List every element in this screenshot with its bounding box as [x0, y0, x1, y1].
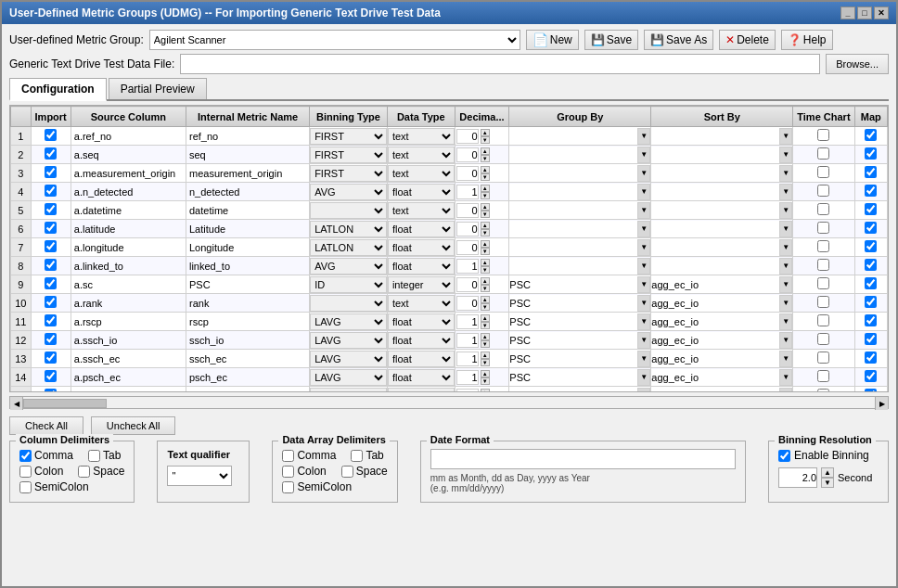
map-checkbox[interactable]: [865, 314, 877, 326]
sort-by-dropdown-button[interactable]: ▼: [779, 147, 792, 163]
data-type-select[interactable]: textfloatintegerdatetime: [388, 295, 455, 312]
binning-type-select[interactable]: FIRSTLASTAVGLAVGMINMAXIDLATLON: [310, 128, 387, 145]
decimal-increment-button[interactable]: ▲: [481, 203, 490, 211]
internal-metric-input[interactable]: [189, 149, 306, 160]
sort-by-dropdown-button[interactable]: ▼: [779, 313, 792, 330]
decimal-input[interactable]: [456, 166, 479, 181]
sort-by-dropdown-button[interactable]: ▼: [779, 332, 792, 349]
date-format-input[interactable]: [430, 449, 736, 469]
map-cell[interactable]: [854, 368, 887, 387]
import-checkbox[interactable]: [45, 129, 57, 141]
horizontal-scrollbar[interactable]: ◀ ▶: [9, 396, 889, 409]
map-checkbox[interactable]: [865, 222, 877, 234]
map-cell[interactable]: [854, 238, 887, 257]
group-by-input[interactable]: [509, 351, 637, 367]
scrollbar-thumb[interactable]: [23, 399, 107, 408]
group-by-input[interactable]: [509, 239, 637, 256]
decimal-increment-button[interactable]: ▲: [481, 222, 490, 229]
binning-type-select[interactable]: FIRSTLASTAVGLAVGMINMAXIDLATLON: [310, 258, 387, 275]
enable-binning-checkbox[interactable]: [778, 450, 790, 462]
decimal-input[interactable]: [456, 185, 479, 199]
decimal-decrement-button[interactable]: ▼: [481, 303, 490, 311]
data-table-container[interactable]: Import Source Column Internal Metric Nam…: [9, 105, 889, 392]
time-chart-cell[interactable]: [793, 183, 854, 201]
maximize-button[interactable]: □: [857, 6, 872, 19]
decimal-increment-button[interactable]: ▲: [481, 259, 490, 266]
sort-by-input[interactable]: [651, 388, 779, 393]
save-as-button[interactable]: 💾 Save As: [644, 30, 713, 50]
tab-checkbox[interactable]: [88, 450, 100, 462]
sort-by-input[interactable]: [651, 332, 779, 349]
decimal-increment-button[interactable]: ▲: [481, 240, 490, 248]
time-chart-cell[interactable]: [793, 294, 854, 313]
decimal-decrement-button[interactable]: ▼: [481, 322, 490, 329]
tab-partial-preview[interactable]: Partial Preview: [109, 78, 207, 99]
sort-by-input[interactable]: [651, 258, 779, 275]
da-space-checkbox[interactable]: [341, 466, 353, 478]
sort-by-input[interactable]: [651, 184, 779, 200]
decimal-increment-button[interactable]: ▲: [481, 277, 490, 285]
map-checkbox[interactable]: [865, 259, 877, 271]
decimal-input[interactable]: [456, 222, 479, 236]
internal-metric-input[interactable]: [189, 224, 306, 235]
map-checkbox[interactable]: [865, 203, 877, 215]
group-by-input[interactable]: [509, 369, 637, 386]
import-cell[interactable]: [31, 368, 71, 387]
sort-by-dropdown-button[interactable]: ▼: [779, 276, 792, 293]
import-checkbox[interactable]: [45, 240, 57, 252]
time-chart-cell[interactable]: [793, 201, 854, 220]
sort-by-dropdown-button[interactable]: ▼: [779, 128, 792, 145]
import-checkbox[interactable]: [45, 314, 57, 326]
da-colon-checkbox[interactable]: [282, 466, 294, 478]
internal-metric-input[interactable]: [189, 205, 306, 216]
sort-by-dropdown-button[interactable]: ▼: [779, 202, 792, 219]
internal-metric-input[interactable]: [189, 168, 306, 179]
group-by-input[interactable]: [509, 388, 637, 393]
decimal-decrement-button[interactable]: ▼: [481, 285, 490, 292]
time-chart-checkbox[interactable]: [817, 352, 829, 364]
time-chart-cell[interactable]: [793, 368, 854, 387]
group-by-dropdown-button[interactable]: ▼: [637, 313, 650, 330]
time-chart-checkbox[interactable]: [817, 222, 829, 234]
map-cell[interactable]: [854, 275, 887, 294]
group-by-dropdown-button[interactable]: ▼: [637, 295, 650, 312]
group-by-dropdown-button[interactable]: ▼: [637, 221, 650, 237]
decimal-input[interactable]: [456, 296, 479, 311]
import-checkbox[interactable]: [45, 352, 57, 364]
import-checkbox[interactable]: [45, 222, 57, 234]
internal-metric-input[interactable]: [189, 335, 306, 346]
colon-label[interactable]: Colon: [19, 465, 63, 478]
decimal-increment-button[interactable]: ▲: [481, 389, 490, 393]
decimal-input[interactable]: [456, 333, 479, 348]
data-type-select[interactable]: textfloatintegerdatetime: [388, 388, 455, 393]
binning-type-select[interactable]: FIRSTLASTAVGLAVGMINMAXIDLATLON: [310, 388, 387, 393]
map-checkbox[interactable]: [865, 352, 877, 364]
internal-metric-input[interactable]: [189, 279, 306, 290]
sort-by-dropdown-button[interactable]: ▼: [779, 221, 792, 237]
map-cell[interactable]: [854, 127, 887, 146]
time-chart-checkbox[interactable]: [817, 370, 829, 382]
sort-by-dropdown-button[interactable]: ▼: [779, 258, 792, 275]
group-by-dropdown-button[interactable]: ▼: [637, 369, 650, 386]
decimal-input[interactable]: [456, 314, 479, 329]
time-chart-checkbox[interactable]: [817, 259, 829, 271]
binning-type-select[interactable]: FIRSTLASTAVGLAVGMINMAXIDLATLON: [310, 221, 387, 237]
decimal-decrement-button[interactable]: ▼: [481, 248, 490, 255]
decimal-increment-button[interactable]: ▲: [481, 296, 490, 303]
group-by-input[interactable]: [509, 128, 637, 145]
data-type-select[interactable]: textfloatintegerdatetime: [388, 184, 455, 200]
binning-value-input[interactable]: [778, 467, 817, 488]
time-chart-checkbox[interactable]: [817, 389, 829, 392]
binning-type-select[interactable]: FIRSTLASTAVGLAVGMINMAXIDLATLON: [310, 239, 387, 256]
group-by-dropdown-button[interactable]: ▼: [637, 332, 650, 349]
import-cell[interactable]: [31, 183, 71, 201]
internal-metric-input[interactable]: [189, 261, 306, 272]
sort-by-input[interactable]: [651, 351, 779, 367]
import-cell[interactable]: [31, 146, 71, 164]
new-button[interactable]: 📄 New: [526, 30, 579, 50]
time-chart-checkbox[interactable]: [817, 296, 829, 308]
decimal-decrement-button[interactable]: ▼: [481, 173, 490, 181]
decimal-decrement-button[interactable]: ▼: [481, 359, 490, 366]
tab-label[interactable]: Tab: [88, 449, 121, 462]
import-checkbox[interactable]: [45, 277, 57, 289]
